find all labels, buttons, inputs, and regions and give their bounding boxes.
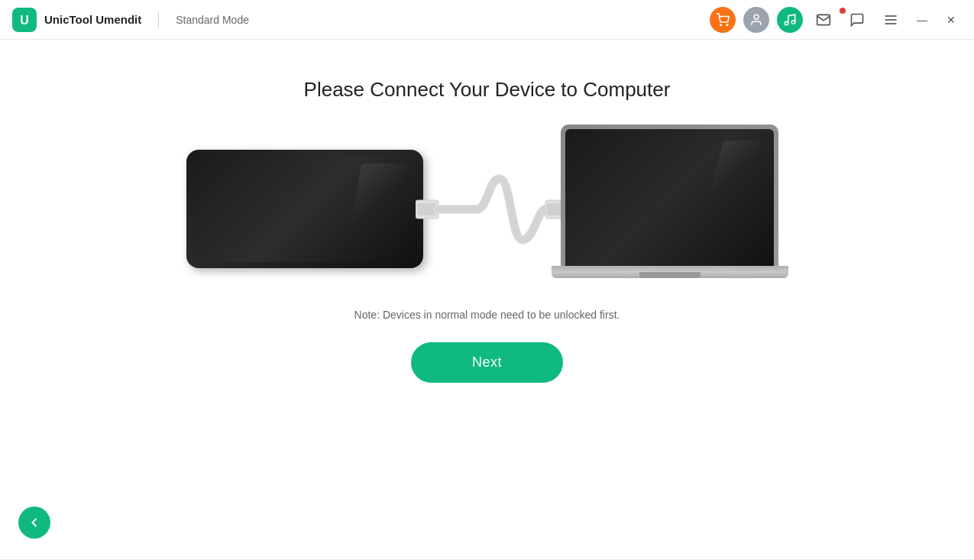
svg-point-4	[754, 15, 759, 19]
svg-text:U: U	[20, 14, 29, 27]
mail-button[interactable]	[811, 7, 836, 33]
svg-point-6	[791, 20, 795, 24]
close-button[interactable]: ✕	[940, 9, 962, 31]
back-button[interactable]	[18, 507, 50, 539]
main-content: Please Connect Your Device to Computer	[0, 40, 974, 560]
phone-device	[186, 150, 423, 268]
svg-point-3	[726, 24, 728, 26]
page-title: Please Connect Your Device to Computer	[304, 78, 671, 102]
laptop-screen-wrapper	[561, 125, 778, 266]
user-button[interactable]	[743, 7, 769, 33]
title-divider	[158, 12, 159, 28]
title-right-controls: — ✕	[710, 7, 962, 33]
laptop-base	[552, 266, 788, 278]
chat-button[interactable]	[844, 7, 870, 33]
svg-point-2	[720, 24, 722, 26]
phone-screen	[193, 156, 417, 262]
logo-area: U UnicTool Umendit Standard Mode	[12, 8, 249, 32]
titlebar: U UnicTool Umendit Standard Mode	[0, 0, 974, 40]
note-text: Note: Devices in normal mode need to be …	[354, 309, 620, 321]
menu-button[interactable]	[878, 7, 904, 33]
app-logo-icon: U	[12, 8, 37, 32]
laptop-device	[561, 125, 788, 278]
laptop-screen	[565, 129, 774, 266]
next-button[interactable]: Next	[411, 342, 563, 383]
usb-cable	[416, 148, 568, 270]
svg-point-5	[785, 21, 788, 25]
cart-button[interactable]	[710, 7, 736, 33]
music-button[interactable]	[777, 7, 803, 33]
minimize-button[interactable]: —	[911, 9, 933, 31]
app-name-label: UnicTool Umendit	[44, 13, 141, 26]
connection-illustration	[144, 140, 831, 278]
mode-label: Standard Mode	[176, 14, 249, 26]
